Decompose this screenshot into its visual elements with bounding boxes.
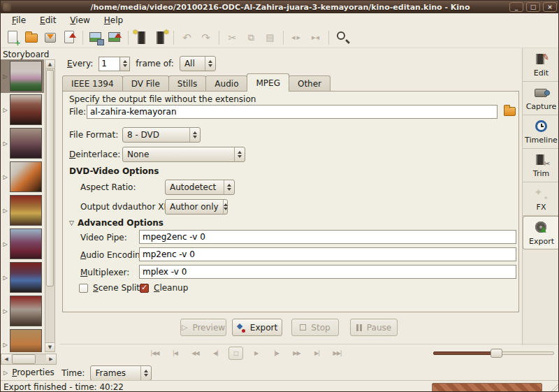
insert-after-icon[interactable]: ✱ [151,29,170,47]
time-format-combo[interactable]: Frames [90,365,152,381]
menu-file[interactable]: File [6,14,31,27]
scene-thumbnail[interactable] [10,128,42,159]
next-scene-button[interactable]: ▶| [310,347,324,360]
tab-other[interactable]: Other [289,75,331,92]
aspect-ratio-combo[interactable]: Autodetect [165,180,235,195]
scene-thumbnail[interactable] [10,329,42,352]
undo-icon[interactable]: ↶ [177,29,196,47]
scroll-right-icon[interactable]: ▶ [46,354,56,364]
preview-button[interactable]: ▷ Preview [180,319,226,336]
storyboard-item[interactable]: ▷ [1,261,44,294]
file-format-combo[interactable]: 8 - DVD [122,127,201,143]
minimize-button[interactable]: _ [509,2,523,12]
scene-thumbnail[interactable] [10,228,42,259]
copy-icon[interactable]: ⧉ [242,29,261,47]
previous-scene-button[interactable]: |◀ [168,347,182,360]
cut-icon[interactable]: ✂ [223,29,242,47]
storyboard-hscrollbar[interactable]: ◀ ▶ [1,354,57,365]
tab-ieee1394[interactable]: IEEE 1394 [62,75,123,92]
scene-expander-icon[interactable]: ▷ [1,241,10,247]
browse-folder-icon[interactable] [504,107,516,116]
mode-tab-export[interactable]: Export [523,216,559,249]
paste-icon[interactable]: ▤ [261,29,280,47]
storyboard-item[interactable]: ▷ [1,93,44,126]
menu-help[interactable]: Help [99,14,129,27]
spinner-arrows-icon[interactable] [119,57,130,71]
insert-before-icon[interactable]: ✱ [132,29,151,47]
storyboard-item[interactable]: ▷ [1,328,44,352]
deinterlace-combo[interactable]: None [122,147,245,162]
storyboard-item[interactable]: ▷ [1,59,44,93]
tab-dvfile[interactable]: DV File [122,75,169,92]
storyboard-item[interactable]: ▷ [1,126,44,160]
mode-tab-capture[interactable]: Capture [523,82,559,115]
scroll-left-icon[interactable]: ◀ [1,354,11,364]
scene-thumbnail[interactable] [10,195,42,226]
scene-expander-icon[interactable]: ▷ [1,275,10,281]
titlebar[interactable]: /home/media/video/20100216-ODC-Al-Zahira… [1,1,559,13]
scene-expander-icon[interactable]: ▷ [1,73,10,80]
load-image-icon[interactable] [106,29,124,47]
checkbox-unchecked-icon[interactable] [79,284,88,293]
storyboard-item[interactable]: ▷ [1,227,44,261]
scene-expander-icon[interactable]: ▷ [1,174,10,180]
dvdauthor-xml-combo[interactable]: Author only [165,199,228,215]
stop-button[interactable]: Stop [291,319,339,336]
scene-split-checkbox[interactable]: Scene Split [79,283,140,293]
storyboard-vscrollbar[interactable]: ▲ ▼ [45,59,55,352]
menu-view[interactable]: View [64,14,95,27]
scroll-down-icon[interactable]: ▼ [45,342,55,351]
skip-to-start-button[interactable]: |◀◀ [147,347,162,360]
multiplexer-input[interactable] [139,265,516,279]
mode-tab-trim[interactable]: ✂ Trim [523,149,559,182]
skip-to-end-button[interactable]: ▶▶| [330,347,344,360]
scene-expander-icon[interactable]: ▷ [1,208,10,214]
video-pipe-input[interactable] [139,230,516,244]
scene-thumbnail[interactable] [10,94,42,125]
hscroll-thumb[interactable] [12,354,36,364]
split-scene-icon[interactable]: ◂▸ [287,29,306,47]
menu-edit[interactable]: Edit [34,14,61,27]
every-input[interactable] [99,57,119,71]
properties-expander[interactable]: ▷ Properties [3,368,55,377]
redo-icon[interactable]: ↷ [196,29,215,47]
audio-encoding-input[interactable] [139,247,516,261]
vscroll-thumb[interactable] [46,70,54,286]
tab-stills[interactable]: Stills [168,75,207,92]
frame-of-combo[interactable]: All [180,56,216,71]
storyboard-item[interactable]: ▷ [1,194,44,227]
scene-thumbnail[interactable] [10,161,42,192]
open-file-icon[interactable] [22,29,41,47]
slider-handle[interactable] [491,349,502,358]
join-scenes-icon[interactable]: ▸◂ [306,29,325,47]
file-input[interactable] [87,105,498,119]
frame-back-button[interactable]: ◀| [208,347,223,360]
play-button[interactable]: ▶ [249,347,263,360]
mode-tab-timeline[interactable]: Timeline [523,115,559,149]
save-as-icon[interactable] [60,29,79,47]
new-file-icon[interactable]: + [3,29,22,47]
cleanup-checkbox[interactable]: Cleanup [140,283,188,293]
pause-button[interactable]: Pause [350,319,398,336]
every-spinner[interactable] [99,57,130,71]
advanced-options-expander[interactable]: ▽ Advanced Options [69,218,164,228]
mode-tab-edit[interactable]: ✎ Edit [523,48,559,82]
save-file-icon[interactable] [41,29,60,47]
scene-expander-icon[interactable]: ▷ [1,140,10,147]
tab-mpeg[interactable]: MPEG [247,73,289,92]
maximize-button[interactable]: □ [526,2,540,12]
storyboard-item[interactable]: ▷ [1,294,44,328]
checkbox-checked-icon[interactable] [140,284,149,293]
scene-expander-icon[interactable]: ▷ [1,342,10,348]
shuttle-slider[interactable] [433,347,554,359]
scene-thumbnail[interactable] [10,296,42,326]
scroll-up-icon[interactable]: ▲ [45,60,55,69]
magnifier-icon[interactable] [333,29,351,47]
scene-thumbnail[interactable] [10,61,42,92]
close-button[interactable]: × [543,2,557,12]
tab-audio[interactable]: Audio [205,75,247,92]
save-frame-icon[interactable] [87,29,106,47]
scene-thumbnail[interactable] [10,262,42,293]
scene-expander-icon[interactable]: ▷ [1,107,10,113]
stop-playback-button[interactable]: □ [228,347,243,360]
